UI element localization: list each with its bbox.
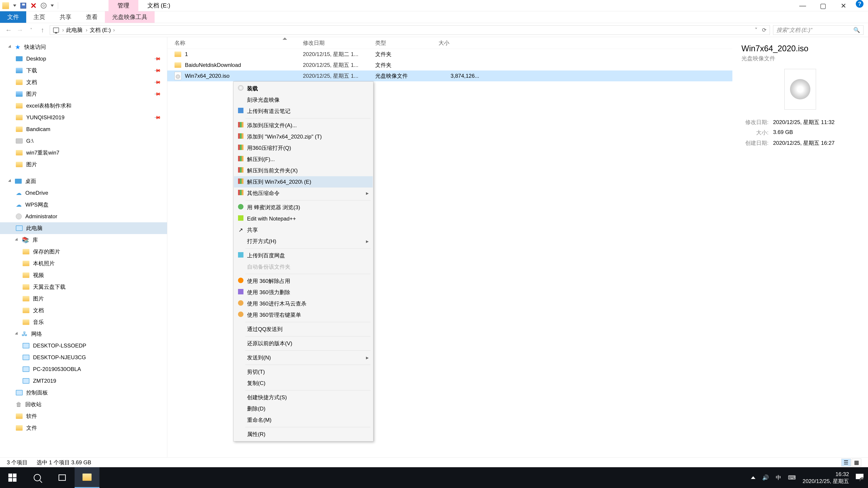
search-icon[interactable]: 🔍 bbox=[853, 27, 860, 33]
nav-up-icon[interactable]: ↑ bbox=[38, 26, 46, 34]
view-details-button[interactable]: ☰ bbox=[841, 459, 851, 466]
tree-net1[interactable]: DESKTOP-LSSOEDP bbox=[0, 340, 167, 352]
taskbar-clock[interactable]: 16:32 2020/12/25, 星期五 bbox=[803, 470, 849, 485]
tree-documents[interactable]: 文档📌 bbox=[0, 76, 167, 88]
ctx-delete[interactable]: 删除(D) bbox=[234, 403, 373, 414]
crumb-drive[interactable]: 文档 (E:) bbox=[90, 26, 111, 34]
action-center-icon[interactable]: 3 bbox=[856, 474, 864, 482]
col-name[interactable]: 名称 bbox=[167, 39, 303, 46]
tree-bandicam[interactable]: Bandicam bbox=[0, 123, 167, 135]
tree-onedrive[interactable]: ☁OneDrive bbox=[0, 187, 167, 199]
tree-tianyi[interactable]: 天翼云盘下载 bbox=[0, 281, 167, 293]
caret-icon[interactable] bbox=[15, 238, 19, 242]
start-button[interactable] bbox=[0, 467, 25, 488]
tree-lib-music[interactable]: 音乐 bbox=[0, 316, 167, 328]
refresh-icon[interactable]: ⟳ bbox=[762, 27, 767, 33]
ribbon-tab-disc-tools[interactable]: 光盘映像工具 bbox=[105, 11, 155, 23]
tree-camera-roll[interactable]: 本机照片 bbox=[0, 258, 167, 269]
taskbar-search-button[interactable] bbox=[25, 467, 50, 488]
nav-recent-icon[interactable]: ˅ bbox=[27, 27, 35, 33]
ribbon-tab-view[interactable]: 查看 bbox=[79, 11, 105, 23]
tree-files[interactable]: 文件 bbox=[0, 422, 167, 434]
ctx-360-manage[interactable]: 使用 360管理右键菜单 bbox=[234, 309, 373, 321]
ctx-share[interactable]: ↗共享 bbox=[234, 224, 373, 236]
col-date[interactable]: 修改日期 bbox=[303, 39, 375, 46]
tree-pictures2[interactable]: 图片 bbox=[0, 159, 167, 170]
tree-net2[interactable]: DESKTOP-NJEU3CG bbox=[0, 352, 167, 363]
ctx-bee-browser[interactable]: 用 蜂蜜浏览器 浏览(3) bbox=[234, 202, 373, 213]
ribbon-tab-share[interactable]: 共享 bbox=[53, 11, 79, 23]
tree-software[interactable]: 软件 bbox=[0, 410, 167, 422]
keyboard-icon[interactable]: ⌨ bbox=[788, 475, 796, 481]
ctx-upload-youdao[interactable]: 上传到有道云笔记 bbox=[234, 105, 373, 117]
tree-desktop-section[interactable]: 桌面 bbox=[0, 175, 167, 187]
tree-recycle[interactable]: 🗑回收站 bbox=[0, 398, 167, 410]
ctx-notepadpp[interactable]: Edit with Notepad++ bbox=[234, 213, 373, 224]
nav-forward-icon[interactable]: → bbox=[16, 26, 24, 34]
ctx-rename[interactable]: 重命名(M) bbox=[234, 414, 373, 426]
caret-icon[interactable] bbox=[8, 179, 12, 183]
ctx-open-360zip[interactable]: 用360压缩打开(Q) bbox=[234, 142, 373, 154]
tree-net3[interactable]: PC-20190530OBLA bbox=[0, 363, 167, 375]
address-box[interactable]: ›此电脑 ›文档 (E:) › ˅ ⟳ bbox=[50, 25, 770, 35]
tree-yunqishi[interactable]: YUNQISHI2019📌 bbox=[0, 111, 167, 123]
caret-icon[interactable] bbox=[15, 332, 19, 336]
tree-win7reinstall[interactable]: win7重装win7 bbox=[0, 147, 167, 159]
tree-lib-pictures[interactable]: 图片 bbox=[0, 293, 167, 304]
file-row[interactable]: 1 2020/12/15, 星期二 1... 文件夹 bbox=[167, 49, 733, 60]
ctx-extract-named[interactable]: 解压到 Win7x64_2020\ (E) bbox=[234, 176, 373, 188]
tray-overflow-icon[interactable] bbox=[751, 476, 755, 479]
tree-saved-pics[interactable]: 保存的图片 bbox=[0, 246, 167, 258]
tree-desktop[interactable]: Desktop📌 bbox=[0, 53, 167, 65]
save-icon[interactable] bbox=[20, 3, 26, 8]
ctx-extract-to[interactable]: 解压到(F)... bbox=[234, 154, 373, 165]
tree-pictures[interactable]: 图片📌 bbox=[0, 88, 167, 100]
nav-back-icon[interactable]: ← bbox=[4, 26, 13, 34]
ctx-add-zip[interactable]: 添加到 "Win7x64_2020.zip" (T) bbox=[234, 131, 373, 142]
tree-admin[interactable]: Administrator bbox=[0, 210, 167, 222]
ctx-upload-baidu[interactable]: 上传到百度网盘 bbox=[234, 250, 373, 261]
addr-dropdown-icon[interactable]: ˅ bbox=[755, 27, 757, 33]
volume-icon[interactable]: 🔊 bbox=[762, 475, 769, 481]
minimize-button[interactable]: — bbox=[793, 0, 813, 11]
ribbon-tab-file[interactable]: 文件 bbox=[0, 11, 26, 23]
tree-videos[interactable]: 视频 bbox=[0, 269, 167, 281]
view-large-icons-button[interactable]: ▦ bbox=[852, 459, 861, 466]
taskbar-explorer-button[interactable] bbox=[74, 467, 99, 488]
crumb-this-pc[interactable]: 此电脑 bbox=[66, 26, 83, 34]
ctx-360-trojan[interactable]: 使用 360进行木马云查杀 bbox=[234, 298, 373, 309]
ctx-shortcut[interactable]: 创建快捷方式(S) bbox=[234, 392, 373, 403]
tree-downloads[interactable]: 下载📌 bbox=[0, 65, 167, 76]
settings-icon[interactable] bbox=[41, 3, 46, 8]
tree-excel[interactable]: excel表格制作求和 bbox=[0, 100, 167, 111]
ctx-mount[interactable]: 装载 bbox=[234, 83, 373, 94]
ctx-properties[interactable]: 属性(R) bbox=[234, 429, 373, 440]
qat-more-icon[interactable] bbox=[51, 4, 54, 7]
tree-quick-access[interactable]: ★快速访问 bbox=[0, 41, 167, 53]
ctx-360-unlock[interactable]: 使用 360解除占用 bbox=[234, 275, 373, 287]
ctx-burn[interactable]: 刻录光盘映像 bbox=[234, 94, 373, 105]
ctx-send-to[interactable]: 发送到(N)▸ bbox=[234, 352, 373, 363]
caret-icon[interactable] bbox=[8, 45, 12, 49]
ctx-restore-prev[interactable]: 还原以前的版本(V) bbox=[234, 338, 373, 349]
ctx-add-archive[interactable]: 添加到压缩文件(A)... bbox=[234, 120, 373, 131]
maximize-button[interactable]: ▢ bbox=[813, 0, 833, 11]
ctx-open-with[interactable]: 打开方式(H)▸ bbox=[234, 236, 373, 247]
tree-gdrive[interactable]: G:\ bbox=[0, 135, 167, 147]
close-button[interactable]: ✕ bbox=[833, 0, 854, 11]
qat-dropdown-icon[interactable] bbox=[13, 4, 16, 7]
ctx-send-qq[interactable]: 通过QQ发送到 bbox=[234, 324, 373, 335]
tree-net4[interactable]: ZMT2019 bbox=[0, 375, 167, 387]
contextual-tab-manage[interactable]: 管理 bbox=[108, 0, 138, 11]
tree-wps[interactable]: ☁WPS网盘 bbox=[0, 199, 167, 210]
ctx-cut[interactable]: 剪切(T) bbox=[234, 366, 373, 378]
close-red-icon[interactable]: ✕ bbox=[30, 1, 37, 10]
tree-network[interactable]: 🖧网络 bbox=[0, 328, 167, 340]
ribbon-tab-home[interactable]: 主页 bbox=[26, 11, 53, 23]
col-type[interactable]: 类型 bbox=[375, 39, 438, 46]
ctx-360-force-del[interactable]: 使用 360强力删除 bbox=[234, 287, 373, 298]
ime-indicator[interactable]: 中 bbox=[776, 474, 781, 481]
ctx-other-zip[interactable]: 其他压缩命令▸ bbox=[234, 188, 373, 199]
help-icon[interactable]: ? bbox=[856, 0, 864, 8]
ctx-copy[interactable]: 复制(C) bbox=[234, 378, 373, 389]
